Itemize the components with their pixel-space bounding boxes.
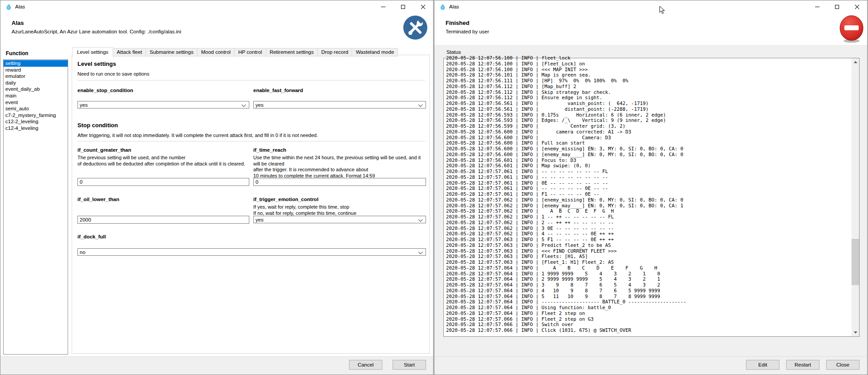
divider	[77, 141, 425, 141]
tab-level-settings[interactable]: Level settings	[72, 47, 113, 57]
sidebar-item-daily[interactable]: daily	[4, 80, 68, 86]
desc-if-time-reach: Use the time within the next 24 hours, t…	[253, 155, 426, 179]
minimize-button[interactable]	[373, 0, 393, 13]
tab-submarine-settings[interactable]: Submarine settings	[146, 48, 197, 56]
log-line: 2020-05-28 12:07:57.064 | INFO | Using f…	[446, 305, 851, 311]
log-line: 2020-05-28 12:07:57.063 | INFO | Predict…	[446, 243, 851, 249]
select-value: yes	[256, 217, 264, 222]
tab-mood-control[interactable]: Mood control	[198, 48, 235, 56]
finished-title: Finished	[446, 20, 469, 26]
status-footer: Edit Restart Close	[434, 356, 867, 375]
level-settings-page: Level settings Need to run once to save …	[72, 55, 430, 354]
input-if-time-reach[interactable]	[253, 178, 426, 186]
log-line: 2020-05-28 12:07:56.111 | INFO | [HP] 97…	[446, 78, 851, 84]
close-action-button[interactable]: Close	[826, 360, 860, 370]
config-title: Alas	[12, 20, 24, 26]
select-enable-fast-forward[interactable]: yes	[253, 101, 426, 109]
stop-icon	[839, 15, 864, 44]
chevron-down-icon	[418, 103, 423, 107]
sidebar-item-event_daily_ab[interactable]: event_daily_ab	[4, 86, 68, 93]
desc-if-trigger-emotion-control: If yes, wait for reply, complete this ti…	[253, 204, 426, 216]
sidebar-item-setting[interactable]: setting	[4, 60, 68, 67]
chevron-down-icon	[418, 250, 423, 254]
label-if-dock-full: if_dock_full	[77, 234, 106, 239]
cancel-button[interactable]: Cancel	[349, 360, 382, 370]
divider	[77, 80, 425, 81]
label-enable-stop-condition: enable_stop_condition	[77, 88, 133, 93]
scroll-down-button[interactable]	[852, 329, 859, 336]
section-desc-level-settings: Need to run once to save options	[77, 71, 149, 77]
input-if-count-greater-than[interactable]	[77, 178, 249, 186]
scrollbar-thumb[interactable]	[852, 239, 859, 285]
function-list: settingrewardemulatordailyevent_daily_ab…	[3, 59, 68, 355]
sidebar-item-event[interactable]: event	[4, 99, 68, 106]
log-line: 2020-05-28 12:07:56.561 | INFO | vanish_…	[446, 101, 851, 107]
select-if-trigger-emotion-control[interactable]: yes	[253, 216, 426, 223]
minimize-icon	[381, 7, 385, 7]
label-enable-fast-forward: enable_fast_forward	[253, 88, 303, 93]
log-line: 2020-05-28 12:07:56.100 | INFO | fleet_l…	[446, 56, 851, 61]
log-line: 2020-05-28 12:07:57.061 | INFO | F1 -- -…	[446, 192, 851, 198]
label-if-time-reach: if_time_reach	[253, 147, 286, 153]
scroll-up-button[interactable]	[852, 58, 859, 66]
titlebar: Alas	[434, 0, 867, 13]
tab-retirement-settings[interactable]: Retirement settings	[266, 48, 318, 56]
maximize-button[interactable]	[827, 0, 847, 13]
tab-hp-control[interactable]: HP control	[235, 48, 266, 56]
edit-button[interactable]: Edit	[746, 360, 779, 370]
log-line: 2020-05-28 12:07:56.600 | INFO | camera …	[446, 129, 851, 135]
window-title: Alas	[449, 4, 459, 9]
log-box: 2020-05-28 12:07:56.100 | INFO | fleet_l…	[443, 58, 860, 337]
close-button[interactable]	[847, 0, 867, 13]
log-line: 2020-05-28 12:07:57.062 | INFO | 2 -- ++…	[446, 220, 851, 226]
sidebar-item-c12-4_leveling[interactable]: c12-4_leveling	[4, 125, 68, 132]
arrow-down-icon	[854, 331, 857, 334]
app-icon	[5, 4, 12, 10]
log-line: 2020-05-28 12:07:57.061 | INFO | -- -- -…	[446, 175, 851, 181]
maximize-button[interactable]	[393, 0, 413, 13]
tab-drop-record[interactable]: Drop record	[318, 48, 353, 56]
sidebar-item-emulator[interactable]: emulator	[4, 73, 68, 80]
log-line: 2020-05-28 12:07:56.599 | INFO | Center …	[446, 124, 851, 129]
minimize-button[interactable]	[807, 0, 827, 13]
close-button[interactable]	[413, 0, 433, 13]
terminated-subtitle: Terminated by user	[446, 29, 489, 34]
restart-button[interactable]: Restart	[786, 360, 819, 370]
tab-attack-fleet[interactable]: Attack fleet	[113, 48, 146, 56]
minimize-icon	[815, 7, 819, 7]
alas-status-window: Alas Finished Terminated by user	[434, 0, 868, 375]
sidebar-item-main[interactable]: main	[4, 93, 68, 99]
tools-icon	[403, 15, 428, 40]
arrow-up-icon	[854, 61, 857, 63]
config-footer: Cancel Start	[0, 356, 433, 375]
tab-wasteland-mode[interactable]: Wasteland mode	[352, 48, 398, 56]
sidebar-item-semi_auto[interactable]: semi_auto	[4, 105, 68, 112]
sidebar-item-reward[interactable]: reward	[4, 67, 68, 73]
desktop: Alas Alas AzurLaneAutoScript, An Azur La…	[0, 0, 868, 375]
section-title-stop-condition: Stop condition	[77, 122, 118, 129]
start-button[interactable]: Start	[393, 360, 426, 370]
chevron-down-icon	[242, 103, 246, 107]
chevron-down-icon	[418, 218, 423, 222]
config-header: Alas AzurLaneAutoScript, An Azur Lane au…	[0, 13, 433, 45]
select-value: no	[80, 250, 85, 255]
select-enable-stop-condition[interactable]: yes	[77, 101, 249, 109]
log-line: 2020-05-28 12:07:57.063 | INFO | [Fleet_…	[446, 260, 851, 266]
function-label: Function	[6, 50, 28, 56]
window-title: Alas	[15, 4, 25, 9]
section-title-level-settings: Level settings	[77, 60, 116, 67]
log-line: 2020-05-28 12:07:57.064 | INFO | A B C D…	[446, 266, 851, 271]
sidebar-item-c12-2_leveling[interactable]: c12-2_leveling	[4, 118, 68, 125]
sidebar-item-c7-2_mystery_farming[interactable]: c7-2_mystery_farming	[4, 112, 68, 119]
input-if-oil-lower-than[interactable]	[77, 216, 249, 224]
log-line: 2020-05-28 12:07:57.064 | INFO | 4 10 9 …	[446, 288, 851, 294]
select-value: yes	[80, 102, 88, 108]
mouse-cursor	[659, 6, 665, 15]
select-value: yes	[256, 102, 264, 108]
log-scrollbar[interactable]	[852, 58, 859, 336]
label-if-trigger-emotion-control: if_trigger_emotion_control	[253, 197, 318, 202]
log-line: 2020-05-28 12:07:57.063 | INFO | 5 F1 --…	[446, 237, 851, 243]
config-subtitle: AzurLaneAutoScript, An Azur Lane automat…	[12, 29, 181, 34]
select-if-dock-full[interactable]: no	[77, 248, 426, 256]
log-line: 2020-05-28 12:07:56.561 | INFO | distant…	[446, 107, 851, 113]
